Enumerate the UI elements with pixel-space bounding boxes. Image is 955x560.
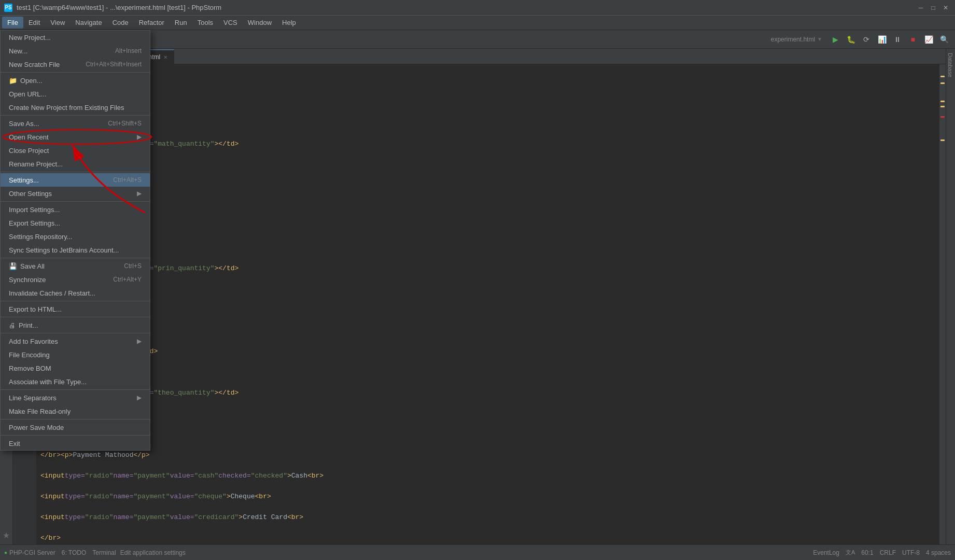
menu-new-project[interactable]: New Project...: [1, 31, 150, 44]
divider-3: [1, 172, 150, 172]
save-all-label: Save All: [20, 262, 45, 270]
open-url-label: Open URL...: [9, 90, 46, 98]
menu-power-save-mode[interactable]: Power Save Mode: [1, 421, 150, 434]
menu-run[interactable]: Run: [170, 17, 192, 29]
code-editor[interactable]: 3031323334 3536373839 4041424344 4546474…: [13, 64, 946, 544]
menu-tools[interactable]: Tools: [192, 17, 218, 29]
open-recent-arrow: ▶: [137, 133, 142, 141]
menu-export-settings[interactable]: Export Settings...: [1, 216, 150, 230]
menu-open-recent[interactable]: Open Recent ▶: [1, 130, 150, 144]
divider-9: [1, 389, 150, 390]
file-encoding[interactable]: UTF-8: [902, 549, 920, 556]
menu-make-read-only[interactable]: Make File Read-only: [1, 404, 150, 418]
menu-new[interactable]: New... Alt+Insert: [1, 44, 150, 58]
menu-code[interactable]: Code: [107, 17, 134, 29]
menu-line-separators[interactable]: Line Separators ▶: [1, 391, 150, 404]
menu-remove-bom[interactable]: Remove BOM: [1, 361, 150, 375]
divider-5: [1, 258, 150, 258]
menu-edit[interactable]: Edit: [23, 17, 45, 29]
menu-refactor[interactable]: Refactor: [134, 17, 170, 29]
menu-open[interactable]: 📁 Open...: [1, 74, 150, 87]
remove-bom-label: Remove BOM: [9, 365, 51, 372]
app-icon: PS: [4, 4, 12, 12]
open-recent-label: Open Recent: [9, 133, 49, 141]
menu-close-project[interactable]: Close Project: [1, 144, 150, 157]
line-ending[interactable]: CRLF: [880, 549, 896, 556]
divider-7: [1, 317, 150, 317]
settings-shortcut: Ctrl+Alt+S: [113, 176, 142, 184]
new-label: New...: [9, 47, 27, 55]
synchronize-label: Synchronize: [9, 276, 46, 284]
menu-rename-project[interactable]: Rename Project...: [1, 157, 150, 171]
minimize-button[interactable]: ─: [916, 3, 926, 13]
status-right: EventLog 文A 60:1 CRLF UTF-8 4 spaces: [813, 549, 951, 556]
menu-create-from-existing[interactable]: Create New Project from Existing Files: [1, 101, 150, 114]
coverage-button[interactable]: 📈: [922, 33, 935, 46]
menu-window[interactable]: Window: [243, 17, 277, 29]
menu-print[interactable]: 🖨 Print...: [1, 318, 150, 332]
todo-status[interactable]: 6: TODO: [62, 549, 87, 556]
menu-file[interactable]: File: [2, 17, 23, 29]
close-button[interactable]: ✕: [940, 3, 951, 13]
profile-button[interactable]: 📊: [875, 33, 889, 46]
encoding-label[interactable]: 文A: [846, 549, 855, 556]
menu-help[interactable]: Help: [277, 17, 301, 29]
search-button[interactable]: 🔍: [937, 33, 951, 46]
menu-settings-repo[interactable]: Settings Repository...: [1, 230, 150, 243]
run-button[interactable]: ▶: [828, 33, 842, 46]
maximize-button[interactable]: □: [928, 3, 938, 13]
indent-label: 4 spaces: [926, 549, 951, 556]
database-tab[interactable]: Database: [946, 49, 955, 81]
menu-navigate[interactable]: Navigate: [70, 17, 107, 29]
other-settings-arrow: ▶: [137, 190, 142, 197]
terminal-status[interactable]: Terminal: [92, 549, 116, 556]
menu-open-url[interactable]: Open URL...: [1, 87, 150, 101]
refresh-button[interactable]: ⟳: [860, 33, 873, 46]
import-settings-label: Import Settings...: [9, 206, 60, 214]
menu-exit[interactable]: Exit: [1, 437, 150, 450]
menu-save-as[interactable]: Save As... Ctrl+Shift+S: [1, 117, 150, 130]
events-log[interactable]: EventLog: [813, 549, 839, 556]
editor-scrollbar[interactable]: [939, 64, 946, 544]
menu-sync-settings[interactable]: Sync Settings to JetBrains Account...: [1, 243, 150, 257]
menu-save-all[interactable]: 💾 Save All Ctrl+S: [1, 259, 150, 273]
debug-button[interactable]: 🐛: [844, 33, 858, 46]
menu-import-settings[interactable]: Import Settings...: [1, 203, 150, 216]
synchronize-shortcut: Ctrl+Alt+Y: [113, 276, 142, 283]
annotation-text: Edit application settings: [120, 549, 186, 556]
menu-export-html[interactable]: Export to HTML...: [1, 302, 150, 316]
divider-2: [1, 115, 150, 116]
php-server-label: PHP-CGI Server: [9, 549, 55, 556]
stop-button[interactable]: ■: [906, 33, 920, 46]
php-server-status[interactable]: ● PHP-CGI Server: [4, 549, 55, 556]
code-content[interactable]: <td>mathematics</td> <td>ACM press</td> …: [36, 64, 939, 544]
status-left: ● PHP-CGI Server 6: TODO Terminal: [4, 549, 116, 556]
indent-info[interactable]: 4 spaces: [926, 549, 951, 556]
menu-associate-file-type[interactable]: Associate with File Type...: [1, 375, 150, 388]
tab-close-html[interactable]: ✕: [163, 54, 167, 60]
menu-synchronize[interactable]: Synchronize Ctrl+Alt+Y: [1, 273, 150, 286]
divider-6: [1, 301, 150, 301]
menu-settings[interactable]: Settings... Ctrl+Alt+S: [1, 173, 150, 187]
title-bar: PS test1 [C:\wamp64\www\test1] - ...\exp…: [0, 0, 955, 16]
menu-view[interactable]: View: [45, 17, 70, 29]
right-sidebar: Database: [946, 49, 955, 544]
invalidate-caches-label: Invalidate Caches / Restart...: [9, 289, 95, 297]
pause-button[interactable]: ⏸: [891, 33, 904, 46]
editor-tabs: PHP experiment.php ✕ HTML experiment.htm…: [13, 49, 946, 64]
rename-project-label: Rename Project...: [9, 160, 63, 168]
editor-area: PHP experiment.php ✕ HTML experiment.htm…: [13, 49, 946, 544]
make-read-only-label: Make File Read-only: [9, 408, 71, 415]
menu-add-to-favorites[interactable]: Add to Favorites ▶: [1, 334, 150, 348]
menu-new-scratch[interactable]: New Scratch File Ctrl+Alt+Shift+Insert: [1, 58, 150, 71]
print-label: Print...: [19, 321, 38, 329]
menu-vcs[interactable]: VCS: [218, 17, 243, 29]
menu-bar: File Edit View Navigate Code Refactor Ru…: [0, 16, 955, 30]
window-controls[interactable]: ─ □ ✕: [916, 3, 951, 13]
cursor-position[interactable]: 60:1: [861, 549, 873, 556]
power-save-mode-label: Power Save Mode: [9, 424, 64, 431]
menu-file-encoding[interactable]: File Encoding: [1, 348, 150, 361]
menu-other-settings[interactable]: Other Settings ▶: [1, 187, 150, 200]
menu-invalidate-caches[interactable]: Invalidate Caches / Restart...: [1, 286, 150, 300]
sidebar-pin[interactable]: ★: [3, 530, 10, 544]
